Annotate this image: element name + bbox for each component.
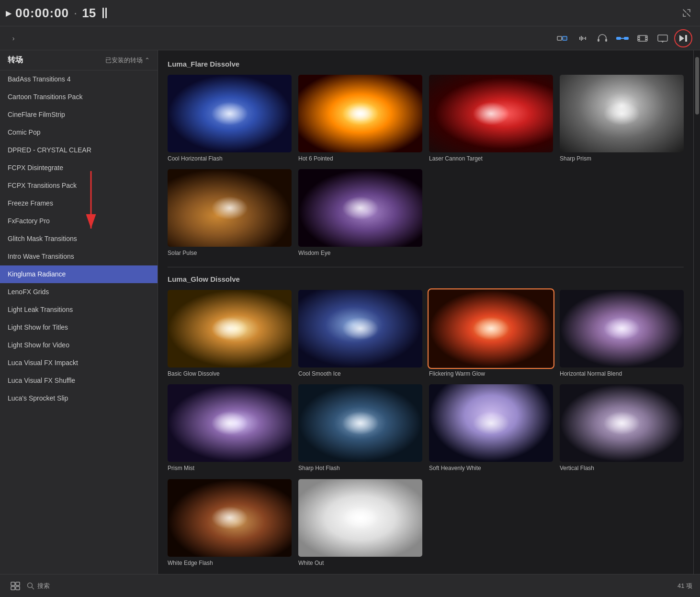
clip-appearance-button[interactable] (553, 30, 571, 47)
thumb-item-vertical-flash[interactable]: Vertical Flash (560, 384, 684, 472)
scrollbar-thumb[interactable] (695, 57, 699, 115)
sidebar-item-badass[interactable]: BadAss Transitions 4 (0, 70, 158, 88)
grid-view-button[interactable] (8, 578, 23, 594)
thumb-image (298, 290, 422, 367)
sidebar-item-kingluma[interactable]: Kingluma Radiance (0, 265, 158, 283)
thumb-image (298, 479, 422, 557)
thumbnails-grid: Cool Horizontal FlashHot 6 PointedLaser … (168, 75, 684, 257)
sidebar-item-freeze[interactable]: Freeze Frames (0, 195, 158, 212)
bottom-bar: 搜索 41 项 (0, 574, 700, 597)
waveform-button[interactable] (574, 30, 591, 47)
sidebar-item-cineflare[interactable]: CineFlare FilmStrip (0, 106, 158, 124)
sidebar-item-light-leak[interactable]: Light Leak Transitions (0, 301, 158, 319)
thumb-item-wisdom-eye[interactable]: Wisdom Eye (298, 169, 422, 257)
thumb-label: Solar Pulse (168, 250, 292, 257)
thumb-image (168, 290, 292, 367)
sidebar-item-intro-wave[interactable]: Intro Wave Transitions (0, 248, 158, 265)
thumb-item-cool-horizontal-flash[interactable]: Cool Horizontal Flash (168, 75, 292, 162)
thumb-label: Basic Glow Dissolve (168, 370, 292, 378)
section-label-luma_glow-dissolve: Luma_Glow Dissolve (168, 275, 684, 283)
headphones-button[interactable] (594, 30, 611, 47)
thumb-image (168, 75, 292, 152)
thumbnails-grid: Basic Glow DissolveCool Smooth IceFlicke… (168, 290, 684, 567)
sidebar-title: 转场 (8, 55, 23, 65)
sidebar-item-luca-impackt[interactable]: Luca Visual FX Impackt (0, 354, 158, 372)
svg-rect-1 (563, 36, 567, 40)
svg-rect-9 (598, 39, 599, 42)
svg-rect-27 (11, 582, 15, 586)
sidebar-list-container: BadAss Transitions 4Cartoon Transitions … (0, 70, 158, 407)
thumb-label: Vertical Flash (560, 465, 684, 472)
toolbar-expand-button[interactable]: › (8, 33, 19, 44)
search-icon (27, 582, 34, 590)
svg-rect-20 (645, 39, 647, 40)
thumb-item-cool-smooth-ice[interactable]: Cool Smooth Ice (298, 290, 422, 378)
monitor-button[interactable] (654, 30, 671, 47)
sidebar-item-lucas-sprocket[interactable]: Luca's Sprocket Slip (0, 390, 158, 407)
timecode-frame: 15 (82, 6, 96, 21)
scrollbar[interactable] (693, 50, 700, 574)
play-icon[interactable]: ▶ (6, 9, 11, 18)
thumb-image (429, 290, 553, 367)
thumb-image (298, 384, 422, 462)
svg-rect-18 (638, 39, 640, 40)
sidebar: 转场 已安装的转场 ⌃ BadAss Transitions 4Cartoon … (0, 50, 158, 574)
thumb-item-white-edge-flash[interactable]: White Edge Flash (168, 479, 292, 567)
thumb-label: White Out (298, 560, 422, 567)
skip-button[interactable] (674, 29, 692, 47)
svg-marker-24 (679, 35, 684, 42)
thumb-label: White Edge Flash (168, 560, 292, 567)
svg-rect-28 (16, 582, 20, 586)
thumb-item-sharp-hot-flash[interactable]: Sharp Hot Flash (298, 384, 422, 472)
thumb-label: Hot 6 Pointed (298, 155, 422, 163)
thumb-item-laser-cannon-target[interactable]: Laser Cannon Target (429, 75, 553, 162)
thumb-image (298, 75, 422, 152)
timecode-separator: · (74, 6, 77, 21)
thumb-item-sharp-prism[interactable]: Sharp Prism (560, 75, 684, 162)
clip-connect-button[interactable] (614, 30, 631, 47)
svg-rect-29 (11, 586, 15, 590)
sidebar-item-cartoon[interactable]: Cartoon Transitions Pack (0, 88, 158, 106)
thumb-item-flickering-warm-glow[interactable]: Flickering Warm Glow (429, 290, 553, 378)
thumb-image (168, 479, 292, 557)
thumb-item-prism-mist[interactable]: Prism Mist (168, 384, 292, 472)
thumb-image (168, 384, 292, 462)
svg-rect-10 (605, 39, 607, 42)
thumb-label: Horizontal Normal Blend (560, 370, 684, 378)
sidebar-item-fxfactory[interactable]: FxFactory Pro (0, 212, 158, 230)
thumb-item-horizontal-normal-blend[interactable]: Horizontal Normal Blend (560, 290, 684, 378)
svg-rect-17 (638, 36, 640, 38)
svg-line-32 (32, 587, 34, 589)
sidebar-item-light-show-titles[interactable]: Light Show for Titles (0, 319, 158, 336)
sidebar-item-dpred[interactable]: DPRED - CRYSTAL CLEAR (0, 141, 158, 159)
sidebar-item-lenofx[interactable]: LenoFX Grids (0, 283, 158, 301)
thumb-label: Sharp Hot Flash (298, 465, 422, 472)
sidebar-item-light-show-video[interactable]: Light Show for Video (0, 336, 158, 354)
filter-chevron-icon: ⌃ (145, 57, 150, 64)
sidebar-item-comic[interactable]: Comic Pop (0, 124, 158, 141)
sidebar-item-fcpx-pack[interactable]: FCPX Transitions Pack (0, 177, 158, 195)
expand-button[interactable] (679, 5, 694, 21)
thumb-label: Wisdom Eye (298, 250, 422, 257)
thumb-item-soft-heavenly-white[interactable]: Soft Heavenly White (429, 384, 553, 472)
sidebar-item-luca-shuffle[interactable]: Luca Visual FX Shuffle (0, 372, 158, 390)
svg-rect-30 (16, 586, 20, 590)
film-button[interactable] (634, 30, 651, 47)
svg-rect-12 (624, 37, 629, 40)
sidebar-item-glitch[interactable]: Glitch Mask Transitions (0, 230, 158, 248)
thumb-image (429, 384, 553, 462)
thumb-label: Laser Cannon Target (429, 155, 553, 163)
sidebar-filter-dropdown[interactable]: 已安装的转场 ⌃ (105, 56, 150, 65)
thumb-item-basic-glow-dissolve[interactable]: Basic Glow Dissolve (168, 290, 292, 378)
thumb-label: Sharp Prism (560, 155, 684, 163)
svg-rect-14 (638, 35, 647, 41)
sidebar-header: 转场 已安装的转场 ⌃ (0, 50, 158, 70)
top-bar: ▶ 00:00:00 · 15 (0, 0, 700, 26)
thumb-label: Flickering Warm Glow (429, 370, 553, 378)
thumb-item-white-out[interactable]: White Out (298, 479, 422, 567)
thumb-image (429, 75, 553, 152)
svg-rect-0 (557, 36, 562, 40)
sidebar-item-fcpx-dis[interactable]: FCPX Disintegrate (0, 159, 158, 177)
thumb-item-solar-pulse[interactable]: Solar Pulse (168, 169, 292, 257)
thumb-item-hot-6-pointed[interactable]: Hot 6 Pointed (298, 75, 422, 162)
